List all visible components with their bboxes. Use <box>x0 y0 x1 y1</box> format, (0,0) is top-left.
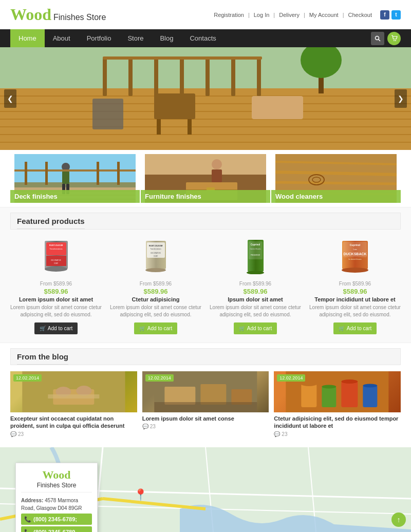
phone-1: 📞 (800) 2345-6789; <box>21 514 92 525</box>
deck-label: Deck finishes <box>10 190 140 203</box>
nav-blog[interactable]: Blog <box>152 29 181 47</box>
slider-svg <box>0 47 411 150</box>
nav-actions <box>371 32 401 45</box>
svg-rect-97 <box>164 387 195 405</box>
svg-point-109 <box>363 384 378 388</box>
svg-rect-25 <box>157 119 161 135</box>
svg-rect-39 <box>25 162 27 185</box>
category-wood[interactable]: Wood cleaners <box>271 154 401 203</box>
navigation: Home About Portfolio Store Blog Contacts <box>0 29 411 47</box>
product-image-2: RUST-OLEUM Transformations DECORATIVE CO… <box>110 236 201 277</box>
comment-icon-1: 💬 <box>10 431 16 437</box>
blog-image-2[interactable]: 12.02.2014 <box>142 371 269 412</box>
add-to-cart-4[interactable]: 🛒 Add to cart <box>333 322 377 334</box>
blog-image-1[interactable]: 12.02.2014 <box>10 371 137 412</box>
cart-icon-1: 🛒 <box>40 326 46 331</box>
comment-count-1: 23 <box>18 431 24 437</box>
svg-text:PRESERVER: PRESERVER <box>250 254 260 256</box>
svg-rect-24 <box>154 93 195 119</box>
twitter-icon[interactable]: t <box>391 10 401 20</box>
svg-line-1 <box>379 39 381 41</box>
svg-rect-17 <box>206 58 210 96</box>
add-to-cart-2[interactable]: 🛒 Add to cart <box>134 322 177 334</box>
header-links: Registration | Log In | Delivery | My Ac… <box>214 10 401 20</box>
featured-title: Featured products <box>17 217 85 229</box>
nav-contacts[interactable]: Contacts <box>181 29 224 47</box>
svg-text:DUCKSBACK: DUCKSBACK <box>343 252 366 256</box>
social-icons: f t <box>380 10 401 20</box>
delivery-link[interactable]: Delivery <box>279 12 300 18</box>
blog-date-1: 12.02.2014 <box>13 374 42 382</box>
slider-next[interactable]: ❯ <box>395 89 407 108</box>
svg-rect-100 <box>154 402 257 412</box>
svg-line-54 <box>275 182 397 184</box>
nav-portfolio[interactable]: Portfolio <box>79 29 120 47</box>
product-title-3: Ipsum dolor sit amet <box>210 296 301 302</box>
product-card-3: Cuprinol Garden Shades PRESERVER From $5… <box>210 236 301 334</box>
svg-text:COAT: COAT <box>153 255 157 257</box>
login-link[interactable]: Log In <box>254 12 270 18</box>
svg-text:for sheds & fences: for sheds & fences <box>349 258 362 260</box>
svg-point-89 <box>342 268 368 273</box>
category-furniture[interactable]: Furniture finishes <box>141 154 270 203</box>
price-from-3: From $589.96 <box>210 281 301 287</box>
svg-point-108 <box>342 379 358 384</box>
logo: Wood Finishes Store <box>10 5 106 24</box>
product-card-1: RUST-OLEUM Transformations DECORATIVE CO… <box>10 236 102 334</box>
cart-icon-3: 🛒 <box>239 326 245 331</box>
slider-prev[interactable]: ❮ <box>4 89 16 108</box>
nav-home[interactable]: Home <box>10 29 45 47</box>
price-from-1: From $589.96 <box>10 281 102 287</box>
logo-wood: Wood <box>10 5 51 24</box>
product-title-1: Lorem ipsum dolor sit amet <box>10 296 102 302</box>
phone-icon-2: 📞 <box>24 528 31 532</box>
map-pin: 📍 <box>134 488 147 502</box>
blog-header: From the blog <box>10 348 401 365</box>
svg-point-74 <box>145 268 166 272</box>
comment-icon-3: 💬 <box>274 431 280 437</box>
svg-text:5 star: 5 star <box>353 249 357 251</box>
svg-point-107 <box>322 385 337 389</box>
add-to-cart-1[interactable]: 🛒 Add to cart <box>34 322 78 334</box>
comment-count-2: 23 <box>150 424 156 429</box>
product-title-4: Tempor incididunt ut labore et <box>309 296 401 302</box>
blog-grid: 12.02.2014 Excepteur sint occaecat cupid… <box>10 371 401 437</box>
scroll-to-top[interactable]: ↑ <box>391 512 406 527</box>
product-image-3: Cuprinol Garden Shades PRESERVER <box>210 236 301 277</box>
checkout-link[interactable]: Checkout <box>348 12 372 18</box>
account-link[interactable]: My Account <box>309 12 339 18</box>
product-desc-3: Lorem ipsum dolor sit amet conse ctetur … <box>210 304 301 318</box>
wood-cleaners-label: Wood cleaners <box>271 190 401 203</box>
cart-button[interactable] <box>387 32 401 45</box>
blog-post-1: 12.02.2014 Excepteur sint occaecat cupid… <box>10 371 137 437</box>
svg-text:DECORATIVE: DECORATIVE <box>151 252 160 254</box>
nav-about[interactable]: About <box>45 29 79 47</box>
category-cards: Deck finishes Furniture finishes <box>0 154 411 203</box>
svg-rect-26 <box>188 119 192 135</box>
furniture-label: Furniture finishes <box>141 190 270 203</box>
price-from-4: From $589.96 <box>309 281 401 287</box>
blog-meta-2: 💬 23 <box>142 424 269 429</box>
blog-image-3[interactable]: 12.02.2014 <box>274 371 401 412</box>
svg-rect-20 <box>103 56 262 60</box>
product-image-1: RUST-OLEUM Transformations DECORATIVE CO… <box>10 236 102 277</box>
map-logo-wood: Wood <box>42 468 70 481</box>
header: Wood Finishes Store Registration | Log I… <box>0 0 411 29</box>
svg-rect-41 <box>97 162 99 185</box>
svg-rect-23 <box>92 99 123 129</box>
svg-text:Garden Shades: Garden Shades <box>250 248 261 250</box>
facebook-icon[interactable]: f <box>380 10 389 20</box>
svg-point-3 <box>395 40 396 41</box>
svg-rect-14 <box>128 58 133 96</box>
svg-rect-95 <box>48 394 99 398</box>
price-1: $589.96 <box>10 288 102 295</box>
svg-text:RUST-OLEUM: RUST-OLEUM <box>49 244 63 246</box>
add-to-cart-3[interactable]: 🛒 Add to cart <box>234 322 277 334</box>
search-button[interactable] <box>371 32 384 45</box>
phone-icon: 📞 <box>24 515 31 524</box>
nav-store[interactable]: Store <box>119 29 152 47</box>
registration-link[interactable]: Registration <box>214 12 244 18</box>
svg-rect-16 <box>180 58 184 96</box>
category-deck[interactable]: Deck finishes <box>10 154 140 203</box>
blog-title: From the blog <box>17 352 68 365</box>
